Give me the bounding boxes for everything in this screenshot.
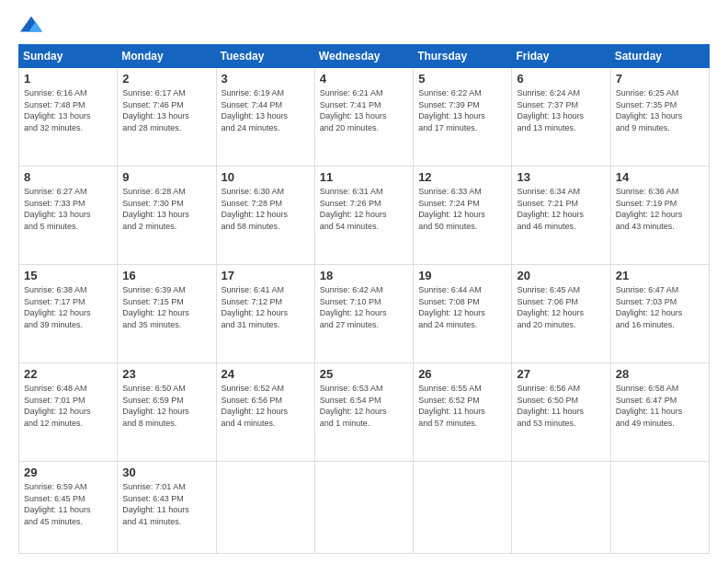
table-row: 14Sunrise: 6:36 AM Sunset: 7:19 PM Dayli… xyxy=(610,167,709,265)
day-number: 4 xyxy=(320,72,408,86)
day-info: Sunrise: 6:45 AM Sunset: 7:06 PM Dayligh… xyxy=(517,284,605,330)
day-number: 19 xyxy=(418,269,506,282)
day-info: Sunrise: 6:58 AM Sunset: 6:47 PM Dayligh… xyxy=(616,383,704,429)
table-row: 19Sunrise: 6:44 AM Sunset: 7:08 PM Dayli… xyxy=(414,265,512,363)
day-number: 13 xyxy=(517,170,605,184)
table-row: 4Sunrise: 6:21 AM Sunset: 7:41 PM Daylig… xyxy=(314,68,413,167)
header xyxy=(18,15,710,37)
table-row: 15Sunrise: 6:38 AM Sunset: 7:17 PM Dayli… xyxy=(19,265,118,363)
day-number: 9 xyxy=(122,170,210,184)
table-row: 11Sunrise: 6:31 AM Sunset: 7:26 PM Dayli… xyxy=(314,167,413,265)
table-row: 7Sunrise: 6:25 AM Sunset: 7:35 PM Daylig… xyxy=(610,68,709,167)
table-row: 12Sunrise: 6:33 AM Sunset: 7:24 PM Dayli… xyxy=(414,167,512,265)
day-number: 14 xyxy=(616,170,704,184)
day-info: Sunrise: 6:56 AM Sunset: 6:50 PM Dayligh… xyxy=(517,383,605,429)
day-info: Sunrise: 6:31 AM Sunset: 7:26 PM Dayligh… xyxy=(320,186,408,232)
calendar-week-row: 29Sunrise: 6:59 AM Sunset: 6:45 PM Dayli… xyxy=(19,462,710,554)
calendar-week-row: 15Sunrise: 6:38 AM Sunset: 7:17 PM Dayli… xyxy=(19,265,710,363)
day-info: Sunrise: 6:55 AM Sunset: 6:52 PM Dayligh… xyxy=(418,383,506,429)
table-row: 23Sunrise: 6:50 AM Sunset: 6:59 PM Dayli… xyxy=(118,363,216,462)
day-info: Sunrise: 6:24 AM Sunset: 7:37 PM Dayligh… xyxy=(517,87,605,133)
calendar-body: 1Sunrise: 6:16 AM Sunset: 7:48 PM Daylig… xyxy=(19,68,710,554)
table-row: 6Sunrise: 6:24 AM Sunset: 7:37 PM Daylig… xyxy=(512,68,610,167)
day-number: 17 xyxy=(222,269,310,282)
day-info: Sunrise: 6:59 AM Sunset: 6:45 PM Dayligh… xyxy=(24,481,112,527)
table-row: 27Sunrise: 6:56 AM Sunset: 6:50 PM Dayli… xyxy=(512,363,610,462)
logo xyxy=(18,15,48,37)
table-row: 18Sunrise: 6:42 AM Sunset: 7:10 PM Dayli… xyxy=(314,265,413,363)
day-number: 10 xyxy=(222,170,310,184)
day-number: 16 xyxy=(122,269,210,282)
page: Sunday Monday Tuesday Wednesday Thursday… xyxy=(0,0,728,563)
col-sunday: Sunday xyxy=(19,45,118,68)
table-row: 8Sunrise: 6:27 AM Sunset: 7:33 PM Daylig… xyxy=(19,167,118,265)
table-row: 3Sunrise: 6:19 AM Sunset: 7:44 PM Daylig… xyxy=(216,68,314,167)
day-number: 18 xyxy=(320,269,408,282)
day-info: Sunrise: 6:19 AM Sunset: 7:44 PM Dayligh… xyxy=(222,87,310,133)
day-number: 15 xyxy=(24,269,112,282)
table-row: 1Sunrise: 6:16 AM Sunset: 7:48 PM Daylig… xyxy=(19,68,118,167)
day-number: 11 xyxy=(320,170,408,184)
table-row: 25Sunrise: 6:53 AM Sunset: 6:54 PM Dayli… xyxy=(314,363,413,462)
day-number: 7 xyxy=(616,72,704,86)
day-info: Sunrise: 6:27 AM Sunset: 7:33 PM Dayligh… xyxy=(24,186,112,232)
table-row: 21Sunrise: 6:47 AM Sunset: 7:03 PM Dayli… xyxy=(610,265,709,363)
day-info: Sunrise: 6:44 AM Sunset: 7:08 PM Dayligh… xyxy=(418,284,506,330)
day-number: 2 xyxy=(122,72,210,86)
table-row: 28Sunrise: 6:58 AM Sunset: 6:47 PM Dayli… xyxy=(610,363,709,462)
day-info: Sunrise: 6:53 AM Sunset: 6:54 PM Dayligh… xyxy=(320,383,408,429)
table-row: 13Sunrise: 6:34 AM Sunset: 7:21 PM Dayli… xyxy=(512,167,610,265)
table-row xyxy=(610,462,709,554)
day-info: Sunrise: 6:39 AM Sunset: 7:15 PM Dayligh… xyxy=(122,284,210,330)
table-row xyxy=(414,462,512,554)
day-info: Sunrise: 6:21 AM Sunset: 7:41 PM Dayligh… xyxy=(320,87,408,133)
table-row: 10Sunrise: 6:30 AM Sunset: 7:28 PM Dayli… xyxy=(216,167,314,265)
day-info: Sunrise: 6:52 AM Sunset: 6:56 PM Dayligh… xyxy=(222,383,310,429)
col-tuesday: Tuesday xyxy=(216,45,314,68)
day-number: 28 xyxy=(616,367,704,381)
col-wednesday: Wednesday xyxy=(314,45,413,68)
col-friday: Friday xyxy=(512,45,610,68)
day-info: Sunrise: 6:25 AM Sunset: 7:35 PM Dayligh… xyxy=(616,87,704,133)
col-saturday: Saturday xyxy=(610,45,709,68)
calendar-week-row: 22Sunrise: 6:48 AM Sunset: 7:01 PM Dayli… xyxy=(19,363,710,462)
calendar-table: Sunday Monday Tuesday Wednesday Thursday… xyxy=(18,44,710,554)
day-number: 30 xyxy=(122,465,210,479)
day-number: 29 xyxy=(24,465,112,479)
day-info: Sunrise: 6:30 AM Sunset: 7:28 PM Dayligh… xyxy=(222,186,310,232)
table-row: 30Sunrise: 7:01 AM Sunset: 6:43 PM Dayli… xyxy=(118,462,216,554)
day-info: Sunrise: 6:48 AM Sunset: 7:01 PM Dayligh… xyxy=(24,383,112,429)
table-row: 20Sunrise: 6:45 AM Sunset: 7:06 PM Dayli… xyxy=(512,265,610,363)
day-info: Sunrise: 6:16 AM Sunset: 7:48 PM Dayligh… xyxy=(24,87,112,133)
table-row: 17Sunrise: 6:41 AM Sunset: 7:12 PM Dayli… xyxy=(216,265,314,363)
day-number: 3 xyxy=(222,72,310,86)
calendar-week-row: 8Sunrise: 6:27 AM Sunset: 7:33 PM Daylig… xyxy=(19,167,710,265)
col-monday: Monday xyxy=(118,45,216,68)
day-number: 12 xyxy=(418,170,506,184)
day-info: Sunrise: 6:47 AM Sunset: 7:03 PM Dayligh… xyxy=(616,284,704,330)
day-info: Sunrise: 6:17 AM Sunset: 7:46 PM Dayligh… xyxy=(122,87,210,133)
day-number: 20 xyxy=(517,269,605,282)
table-row: 24Sunrise: 6:52 AM Sunset: 6:56 PM Dayli… xyxy=(216,363,314,462)
day-number: 23 xyxy=(122,367,210,381)
day-number: 22 xyxy=(24,367,112,381)
table-row xyxy=(512,462,610,554)
day-number: 24 xyxy=(222,367,310,381)
day-number: 25 xyxy=(320,367,408,381)
table-row: 29Sunrise: 6:59 AM Sunset: 6:45 PM Dayli… xyxy=(19,462,118,554)
table-row: 5Sunrise: 6:22 AM Sunset: 7:39 PM Daylig… xyxy=(414,68,512,167)
day-info: Sunrise: 6:36 AM Sunset: 7:19 PM Dayligh… xyxy=(616,186,704,232)
day-info: Sunrise: 7:01 AM Sunset: 6:43 PM Dayligh… xyxy=(122,481,210,527)
table-row: 26Sunrise: 6:55 AM Sunset: 6:52 PM Dayli… xyxy=(414,363,512,462)
day-number: 1 xyxy=(24,72,112,86)
col-thursday: Thursday xyxy=(414,45,512,68)
day-info: Sunrise: 6:38 AM Sunset: 7:17 PM Dayligh… xyxy=(24,284,112,330)
day-number: 21 xyxy=(616,269,704,282)
day-info: Sunrise: 6:34 AM Sunset: 7:21 PM Dayligh… xyxy=(517,186,605,232)
calendar-week-row: 1Sunrise: 6:16 AM Sunset: 7:48 PM Daylig… xyxy=(19,68,710,167)
day-info: Sunrise: 6:50 AM Sunset: 6:59 PM Dayligh… xyxy=(122,383,210,429)
day-number: 5 xyxy=(418,72,506,86)
day-number: 6 xyxy=(517,72,605,86)
table-row: 16Sunrise: 6:39 AM Sunset: 7:15 PM Dayli… xyxy=(118,265,216,363)
table-row xyxy=(314,462,413,554)
